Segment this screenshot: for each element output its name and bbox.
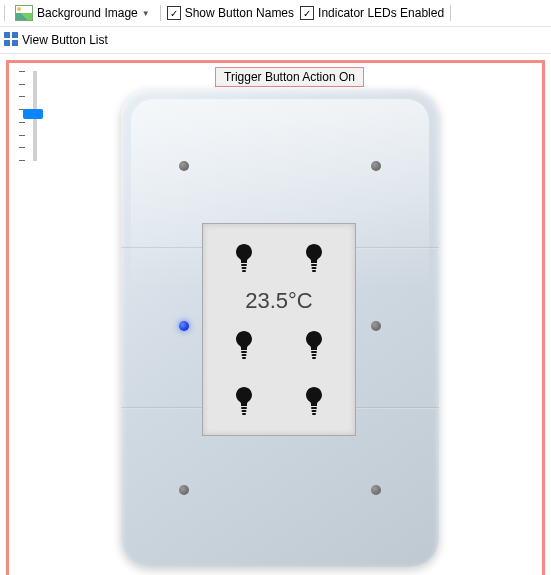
grid-icon: [4, 32, 18, 49]
svg-rect-14: [312, 354, 317, 356]
svg-rect-18: [242, 413, 246, 415]
temperature-display: 23.5°C: [245, 288, 313, 314]
background-image-dropdown[interactable]: Background Image ▼: [11, 5, 154, 21]
svg-rect-11: [242, 354, 247, 356]
device-screen: 23.5°C: [202, 223, 356, 436]
checkbox-box: ✓: [167, 6, 181, 20]
chevron-down-icon: ▼: [142, 9, 150, 18]
svg-rect-12: [242, 357, 246, 359]
svg-rect-1: [12, 32, 18, 38]
bulb-icon[interactable]: [302, 330, 326, 360]
indicator-led-3[interactable]: [179, 321, 189, 331]
svg-rect-3: [12, 40, 18, 46]
show-button-names-checkbox[interactable]: ✓ Show Button Names: [167, 6, 294, 20]
toolbar: Background Image ▼ ✓ Show Button Names ✓…: [0, 0, 551, 27]
indicator-led-5[interactable]: [179, 485, 189, 495]
toolbar-separator: [450, 5, 451, 21]
svg-rect-17: [242, 410, 247, 412]
checkbox-box: ✓: [300, 6, 314, 20]
bulb-icon[interactable]: [232, 386, 256, 416]
show-button-names-label: Show Button Names: [185, 6, 294, 20]
preview-area: Trigger Button Action On 23.5°C: [6, 60, 545, 575]
indicator-led-4[interactable]: [371, 321, 381, 331]
svg-rect-15: [312, 357, 316, 359]
svg-rect-2: [4, 40, 10, 46]
svg-rect-13: [311, 351, 317, 353]
svg-rect-5: [242, 267, 247, 269]
bulb-icon[interactable]: [232, 243, 256, 273]
svg-rect-9: [312, 270, 316, 272]
bulb-icon[interactable]: [232, 330, 256, 360]
indicator-leds-label: Indicator LEDs Enabled: [318, 6, 444, 20]
toolbar-separator: [4, 5, 5, 21]
svg-rect-4: [241, 264, 247, 266]
slider-track: [33, 71, 37, 161]
slider-thumb[interactable]: [23, 109, 43, 119]
svg-rect-19: [311, 407, 317, 409]
indicator-led-6[interactable]: [371, 485, 381, 495]
svg-rect-10: [241, 351, 247, 353]
indicator-leds-checkbox[interactable]: ✓ Indicator LEDs Enabled: [300, 6, 444, 20]
bulb-icon[interactable]: [302, 243, 326, 273]
svg-rect-20: [312, 410, 317, 412]
toolbar-row-2: View Button List: [0, 27, 551, 54]
device-panel: 23.5°C: [121, 89, 439, 567]
background-image-label: Background Image: [37, 6, 138, 20]
brightness-slider[interactable]: [17, 71, 43, 161]
trigger-button-action-on-button[interactable]: Trigger Button Action On: [215, 67, 364, 87]
image-icon: [15, 5, 33, 21]
svg-rect-7: [311, 264, 317, 266]
svg-rect-8: [312, 267, 317, 269]
svg-rect-16: [241, 407, 247, 409]
toolbar-separator: [160, 5, 161, 21]
svg-rect-0: [4, 32, 10, 38]
view-button-list-button[interactable]: View Button List: [22, 33, 108, 47]
indicator-led-1[interactable]: [179, 161, 189, 171]
svg-rect-6: [242, 270, 246, 272]
indicator-led-2[interactable]: [371, 161, 381, 171]
bulb-icon[interactable]: [302, 386, 326, 416]
svg-rect-21: [312, 413, 316, 415]
